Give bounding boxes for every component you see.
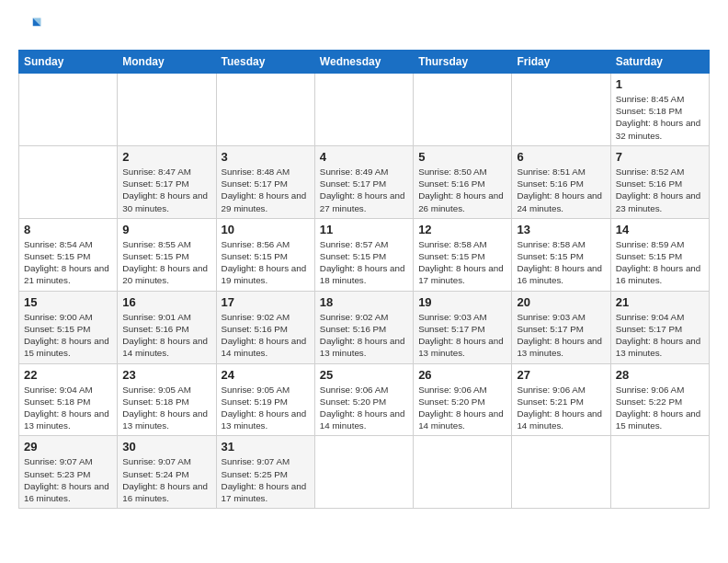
calendar-header-row: SundayMondayTuesdayWednesdayThursdayFrid…: [19, 51, 710, 74]
day-number: 18: [320, 295, 408, 309]
calendar-cell: 5 Sunrise: 8:50 AMSunset: 5:16 PMDayligh…: [414, 145, 512, 218]
day-detail: Sunrise: 8:45 AMSunset: 5:18 PMDaylight:…: [616, 94, 701, 141]
day-number: 15: [24, 295, 112, 309]
calendar-cell: 19 Sunrise: 9:03 AMSunset: 5:17 PMDaylig…: [414, 291, 512, 363]
day-detail: Sunrise: 8:50 AMSunset: 5:16 PMDaylight:…: [418, 167, 504, 213]
calendar-cell: 11 Sunrise: 8:57 AMSunset: 5:15 PMDaylig…: [314, 218, 413, 291]
calendar-cell: 28 Sunrise: 9:06 AMSunset: 5:22 PMDaylig…: [610, 363, 709, 436]
day-detail: Sunrise: 9:06 AMSunset: 5:20 PMDaylight:…: [418, 385, 504, 431]
col-header-friday: Friday: [512, 51, 610, 74]
day-number: 28: [616, 368, 704, 382]
day-number: 12: [418, 223, 506, 236]
day-number: 10: [222, 223, 310, 236]
day-detail: Sunrise: 9:05 AMSunset: 5:18 PMDaylight:…: [122, 385, 208, 431]
calendar-cell: [314, 436, 413, 509]
day-detail: Sunrise: 9:07 AMSunset: 5:23 PMDaylight:…: [24, 456, 109, 503]
calendar-cell: 1 Sunrise: 8:45 AMSunset: 5:18 PMDayligh…: [610, 74, 709, 146]
calendar-cell: 15 Sunrise: 9:00 AMSunset: 5:15 PMDaylig…: [19, 291, 118, 363]
day-detail: Sunrise: 9:06 AMSunset: 5:22 PMDaylight:…: [616, 385, 701, 431]
calendar-cell: 10 Sunrise: 8:56 AMSunset: 5:15 PMDaylig…: [216, 218, 314, 291]
calendar-cell: [19, 145, 118, 218]
day-number: 5: [418, 150, 506, 164]
calendar-table: SundayMondayTuesdayWednesdayThursdayFrid…: [18, 50, 710, 509]
calendar-cell: [512, 74, 610, 146]
day-number: 19: [418, 295, 506, 309]
day-number: 3: [222, 150, 310, 164]
day-detail: Sunrise: 9:02 AMSunset: 5:16 PMDaylight:…: [222, 312, 307, 359]
day-number: 4: [320, 150, 408, 164]
col-header-saturday: Saturday: [610, 51, 709, 74]
day-number: 22: [24, 368, 112, 382]
calendar-cell: 9 Sunrise: 8:55 AMSunset: 5:15 PMDayligh…: [118, 218, 216, 291]
day-number: 13: [517, 223, 605, 236]
col-header-thursday: Thursday: [414, 51, 512, 74]
day-detail: Sunrise: 9:06 AMSunset: 5:21 PMDaylight:…: [517, 385, 602, 431]
day-detail: Sunrise: 8:54 AMSunset: 5:15 PMDaylight:…: [24, 239, 109, 286]
calendar-body: 1 Sunrise: 8:45 AMSunset: 5:18 PMDayligh…: [19, 74, 710, 509]
day-detail: Sunrise: 9:03 AMSunset: 5:17 PMDaylight:…: [517, 312, 602, 359]
day-detail: Sunrise: 8:47 AMSunset: 5:17 PMDaylight:…: [122, 167, 208, 213]
col-header-monday: Monday: [118, 51, 216, 74]
calendar-cell: [512, 436, 610, 509]
col-header-sunday: Sunday: [19, 51, 118, 74]
calendar-cell: [314, 74, 413, 146]
calendar-cell: [19, 74, 118, 146]
calendar-cell: 14 Sunrise: 8:59 AMSunset: 5:15 PMDaylig…: [610, 218, 709, 291]
day-detail: Sunrise: 9:06 AMSunset: 5:20 PMDaylight:…: [320, 385, 405, 431]
day-detail: Sunrise: 9:04 AMSunset: 5:18 PMDaylight:…: [24, 385, 109, 431]
calendar-cell: 25 Sunrise: 9:06 AMSunset: 5:20 PMDaylig…: [314, 363, 413, 436]
day-number: 1: [616, 77, 704, 91]
calendar-week-5: 22 Sunrise: 9:04 AMSunset: 5:18 PMDaylig…: [19, 363, 710, 436]
day-detail: Sunrise: 9:03 AMSunset: 5:17 PMDaylight:…: [418, 312, 504, 359]
day-number: 21: [616, 295, 704, 309]
day-detail: Sunrise: 9:07 AMSunset: 5:24 PMDaylight:…: [122, 456, 208, 503]
day-detail: Sunrise: 8:58 AMSunset: 5:15 PMDaylight:…: [517, 239, 602, 286]
calendar-cell: 8 Sunrise: 8:54 AMSunset: 5:15 PMDayligh…: [19, 218, 118, 291]
calendar-cell: 27 Sunrise: 9:06 AMSunset: 5:21 PMDaylig…: [512, 363, 610, 436]
day-number: 17: [222, 295, 310, 309]
calendar-cell: 17 Sunrise: 9:02 AMSunset: 5:16 PMDaylig…: [216, 291, 314, 363]
calendar-cell: 21 Sunrise: 9:04 AMSunset: 5:17 PMDaylig…: [610, 291, 709, 363]
day-detail: Sunrise: 9:00 AMSunset: 5:15 PMDaylight:…: [24, 312, 109, 359]
calendar-cell: 3 Sunrise: 8:48 AMSunset: 5:17 PMDayligh…: [216, 145, 314, 218]
day-number: 14: [616, 223, 704, 236]
day-detail: Sunrise: 8:59 AMSunset: 5:15 PMDaylight:…: [616, 239, 701, 286]
day-detail: Sunrise: 9:04 AMSunset: 5:17 PMDaylight:…: [616, 312, 701, 359]
day-number: 16: [122, 295, 210, 309]
calendar-week-6: 29 Sunrise: 9:07 AMSunset: 5:23 PMDaylig…: [19, 436, 710, 509]
day-number: 27: [517, 368, 605, 382]
day-number: 20: [517, 295, 605, 309]
calendar-cell: 13 Sunrise: 8:58 AMSunset: 5:15 PMDaylig…: [512, 218, 610, 291]
calendar-cell: 20 Sunrise: 9:03 AMSunset: 5:17 PMDaylig…: [512, 291, 610, 363]
calendar-cell: [414, 74, 512, 146]
calendar-week-1: 1 Sunrise: 8:45 AMSunset: 5:18 PMDayligh…: [19, 74, 710, 146]
calendar-cell: 22 Sunrise: 9:04 AMSunset: 5:18 PMDaylig…: [19, 363, 118, 436]
day-number: 30: [122, 440, 210, 454]
calendar-cell: 30 Sunrise: 9:07 AMSunset: 5:24 PMDaylig…: [118, 436, 216, 509]
day-detail: Sunrise: 9:05 AMSunset: 5:19 PMDaylight:…: [222, 385, 307, 431]
day-number: 23: [122, 368, 210, 382]
page: SundayMondayTuesdayWednesdayThursdayFrid…: [0, 0, 728, 563]
calendar-cell: 4 Sunrise: 8:49 AMSunset: 5:17 PMDayligh…: [314, 145, 413, 218]
day-detail: Sunrise: 9:07 AMSunset: 5:25 PMDaylight:…: [222, 456, 307, 503]
calendar-cell: 6 Sunrise: 8:51 AMSunset: 5:16 PMDayligh…: [512, 145, 610, 218]
calendar-cell: 16 Sunrise: 9:01 AMSunset: 5:16 PMDaylig…: [118, 291, 216, 363]
day-number: 9: [122, 223, 210, 236]
day-number: 6: [517, 150, 605, 164]
day-number: 7: [616, 150, 704, 164]
calendar-cell: 31 Sunrise: 9:07 AMSunset: 5:25 PMDaylig…: [216, 436, 314, 509]
day-detail: Sunrise: 8:52 AMSunset: 5:16 PMDaylight:…: [616, 167, 701, 213]
calendar-cell: [414, 436, 512, 509]
calendar-cell: 26 Sunrise: 9:06 AMSunset: 5:20 PMDaylig…: [414, 363, 512, 436]
day-number: 31: [222, 440, 310, 454]
day-number: 11: [320, 223, 408, 236]
calendar-cell: 18 Sunrise: 9:02 AMSunset: 5:16 PMDaylig…: [314, 291, 413, 363]
calendar-cell: 7 Sunrise: 8:52 AMSunset: 5:16 PMDayligh…: [610, 145, 709, 218]
day-number: 8: [24, 223, 112, 236]
day-detail: Sunrise: 8:49 AMSunset: 5:17 PMDaylight:…: [320, 167, 405, 213]
day-detail: Sunrise: 8:48 AMSunset: 5:17 PMDaylight:…: [222, 167, 307, 213]
day-detail: Sunrise: 9:02 AMSunset: 5:16 PMDaylight:…: [320, 312, 405, 359]
calendar-week-4: 15 Sunrise: 9:00 AMSunset: 5:15 PMDaylig…: [19, 291, 710, 363]
calendar-cell: 2 Sunrise: 8:47 AMSunset: 5:17 PMDayligh…: [118, 145, 216, 218]
calendar-cell: 12 Sunrise: 8:58 AMSunset: 5:15 PMDaylig…: [414, 218, 512, 291]
